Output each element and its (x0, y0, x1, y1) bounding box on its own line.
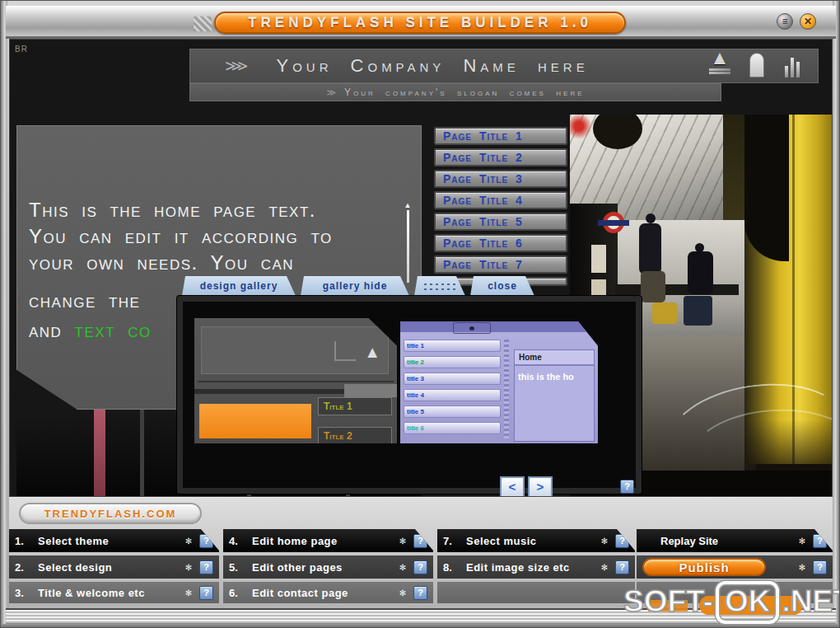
slogan-chevron-icon: ≫ (326, 87, 336, 98)
publish-button[interactable]: Publish (642, 558, 766, 576)
door-icon (749, 53, 764, 77)
page-title-button-5[interactable]: Page Title 5 (434, 213, 567, 231)
thumb-title-1: Title 1 (318, 397, 392, 415)
page-title-button-3[interactable]: Page Title 3 (434, 170, 567, 188)
toolbar-row-publish: Publish ✻ ? (637, 555, 833, 579)
chevrons-icon: ⋙ (225, 57, 248, 75)
home-text-line: your own needs. You can (29, 250, 333, 276)
window-bezel-right (833, 1, 839, 628)
help-button[interactable]: ? (813, 534, 827, 548)
help-button[interactable]: ? (199, 534, 213, 548)
help-button[interactable]: ? (413, 560, 427, 574)
titlebar-pattern (194, 16, 212, 31)
thumb-menu-item: title 1 (404, 340, 501, 352)
toolbar-row-empty (437, 582, 635, 603)
thumb-home-label: Home (515, 350, 594, 366)
scroll-up-icon: ▲ (403, 202, 413, 209)
toolbar-item-edit-other[interactable]: 5. Edit other pages ✻ ? (223, 555, 433, 579)
equalizer-icon (785, 54, 800, 77)
pyramid-icon: ▲ (706, 48, 734, 74)
text-scrollbar[interactable]: ▲ (403, 202, 413, 284)
tab-gallery-hide[interactable]: gallery hide (301, 276, 409, 296)
thumb-menu-item: title 4 (404, 389, 501, 401)
titlebar[interactable]: TrendyFlash Site Builder 1.0 ≡ ✕ (6, 6, 836, 39)
thumb-body-text: this is the ho (515, 366, 594, 387)
pyramid-icon: ▲ (364, 343, 380, 362)
toolbar-item-select-music[interactable]: 7. Select music ✻ ? (437, 529, 635, 552)
cursor-icon: ✻ (796, 563, 808, 572)
cursor-icon: ✻ (397, 537, 408, 546)
page-title-button-7[interactable]: Page Title 7 (434, 255, 567, 274)
window-bottom-edge (1, 624, 840, 628)
site-slogan-bar[interactable]: ≫ Your company's slogan comes here (189, 83, 721, 101)
help-button[interactable]: ? (413, 534, 427, 548)
help-button[interactable]: ? (413, 586, 427, 600)
cursor-icon: ✻ (796, 537, 808, 546)
minimize-button[interactable]: ≡ (777, 13, 793, 30)
help-button[interactable]: ? (199, 586, 213, 600)
cursor-icon: ✻ (183, 537, 194, 546)
toolbar-item-title-welcome[interactable]: 3. Title & welcome etc ✻ ? (9, 582, 219, 603)
tab-design-gallery[interactable]: design gallery (182, 276, 296, 296)
cursor-icon: ✻ (397, 563, 408, 572)
thumb-menu-item: title 5 (404, 405, 501, 418)
company-slogan: Your company's slogan comes here (344, 87, 585, 98)
window-bezel-left (1, 1, 7, 628)
page-title-menu: Page Title 1 Page Title 2 Page Title 3 P… (434, 127, 567, 289)
corner-mark: BR (15, 45, 28, 54)
thumb-menu-item: title 3 (404, 373, 501, 385)
toolbar-item-edit-contact[interactable]: 6. Edit contact page ✻ ? (223, 582, 433, 603)
tab-drag-handle[interactable] (414, 276, 465, 296)
page-title-button-1[interactable]: Page Title 1 (434, 127, 567, 145)
page-title-button-2[interactable]: Page Title 2 (434, 148, 567, 166)
toolbar-column-1: 1. Select theme ✻ ? 2. Select design ✻ ?… (9, 529, 219, 607)
brand-label: TrendyFlash.com (44, 508, 177, 520)
site-preview-canvas: BR ⋙ Your Company Name here ≫ Your compa… (9, 39, 833, 497)
minimize-icon: ≡ (782, 16, 787, 27)
title-pill: TrendyFlash Site Builder 1.0 (214, 12, 626, 34)
page-title-button-4[interactable]: Page Title 4 (434, 191, 567, 209)
close-button[interactable]: ✕ (800, 13, 816, 30)
help-button[interactable]: ? (199, 560, 213, 574)
help-button[interactable]: ? (615, 560, 629, 574)
toolbar-column-2: 4. Edit home page ✻ ? 5. Edit other page… (223, 529, 433, 607)
close-icon: ✕ (804, 16, 812, 27)
red-mark (570, 115, 591, 139)
photo-person (639, 223, 661, 274)
company-name: Your Company Name here (276, 55, 588, 77)
toolbar-item-select-design[interactable]: 2. Select design ✻ ? (9, 555, 219, 579)
cursor-icon: ✻ (183, 563, 194, 572)
design-thumbnail-gray[interactable]: ▲ Title 1 Title 2 (194, 318, 397, 443)
design-thumbnail-purple[interactable]: title 1 title 2 title 3 title 4 title 5 … (400, 321, 598, 443)
photo-person (688, 251, 713, 294)
home-text-green: text co (75, 319, 152, 341)
cursor-icon: ✻ (599, 563, 610, 572)
toolbar-item-edit-home[interactable]: 4. Edit home page ✻ ? (223, 529, 433, 552)
gallery-prev-button[interactable]: < (500, 476, 525, 497)
design-gallery-dialog: design gallery gallery hide close ▲ Titl… (177, 276, 642, 494)
window-title: TrendyFlash Site Builder 1.0 (248, 15, 592, 31)
app-window: TrendyFlash Site Builder 1.0 ≡ ✕ BR ⋙ Yo… (0, 0, 840, 628)
gallery-help-button[interactable]: ? (620, 480, 634, 494)
page-title-button-6[interactable]: Page Title 6 (434, 234, 567, 252)
cursor-icon: ✻ (397, 588, 408, 598)
thumb-orange-block (199, 404, 311, 438)
thumb-title-2: Title 2 (318, 427, 392, 443)
design-gallery-body: ▲ Title 1 Title 2 title 1 title 2 title … (177, 296, 642, 494)
dots-icon (422, 282, 457, 291)
gallery-next-button[interactable]: > (528, 476, 553, 497)
home-text-line: This is the home page text. (29, 197, 333, 223)
help-button[interactable]: ? (813, 560, 827, 574)
toolbar-item-select-theme[interactable]: 1. Select theme ✻ ? (9, 529, 219, 552)
home-text-line: You can edit it according to (29, 223, 333, 250)
thumb-menu-item: title 2 (404, 356, 501, 368)
toolbar-item-edit-image-size[interactable]: 8. Edit image size etc ✻ ? (437, 555, 635, 579)
pink-stripe (94, 410, 105, 497)
toolbar-item-replay-site[interactable]: Replay Site ✻ ? (637, 529, 833, 552)
thumb-menu-item: title 6 (404, 422, 501, 434)
watermark: SOFT-OK.NET (623, 581, 840, 624)
tab-close[interactable]: close (470, 276, 534, 296)
brand-pill[interactable]: TrendyFlash.com (19, 503, 202, 524)
help-button[interactable]: ? (615, 534, 629, 548)
toolbar-column-3: 7. Select music ✻ ? 8. Edit image size e… (437, 529, 635, 607)
